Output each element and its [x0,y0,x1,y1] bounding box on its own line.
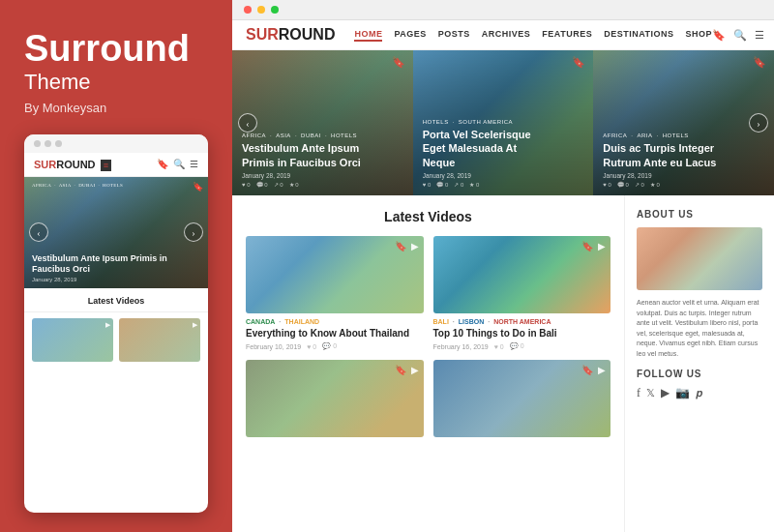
browser-dot-yellow[interactable] [257,6,265,14]
slide2-meta-2: 💬 0 [436,181,448,188]
hero-slide-3-meta: ♥ 0 💬 0 ↗ 0 ★ 0 [603,181,764,188]
video-1-play-icon[interactable]: ▶ [411,241,419,251]
slide1-sep3: · [325,133,327,138]
video-thumb-1: 🔖 ▶ [246,236,424,313]
video-card-2[interactable]: 🔖 ▶ BALI · LISBON · NORTH AMERICA Top 10… [433,236,611,350]
mobile-next-arrow[interactable]: › [184,222,203,242]
site-header-icons: 🔖 🔍 ☰ [712,29,764,42]
social-twitter-icon[interactable]: 𝕏 [646,387,655,399]
social-instagram-icon[interactable]: 📷 [675,386,690,400]
video-2-tag-sep1: · [453,318,455,325]
slide1-meta-3: ↗ 0 [274,181,283,188]
mobile-hero-content: Vestibulum Ante Ipsum Primis in Faucibus… [32,253,200,282]
nav-home[interactable]: HOME [354,29,382,42]
video-2-play-icon[interactable]: ▶ [598,241,606,251]
slide2-meta-4: ★ 0 [469,181,479,188]
slide3-tag-hotels: HOTELS [663,133,689,138]
slide3-meta-3: ↗ 0 [635,181,644,188]
mobile-hero-bookmark-icon[interactable]: 🔖 [193,182,203,192]
mobile-tag-africa: AFRICA [32,183,51,188]
hero-slide-2-title: Porta Vel ScelerisqueEget Malesuada AtNe… [423,128,584,169]
mobile-tag-hotels: HOTELS [103,183,123,188]
slide1-sep1: · [270,133,272,138]
video-1-bookmark-icon[interactable]: 🔖 [395,241,406,251]
theme-by: By Monkeysan [24,101,208,115]
hero-slide-1-bookmark[interactable]: 🔖 [392,56,405,69]
mobile-hero-tags: AFRICA · ASIA · DUBAI · HOTELS [32,183,123,188]
video-4-bookmark-icon[interactable]: 🔖 [581,365,593,375]
theme-title: Surround [24,29,208,70]
video-grid: 🔖 ▶ CANADA · THAILAND Everything to Know… [246,236,610,442]
hero-slide-3-tags: AFRICA · ARIA · HOTELS [603,133,764,138]
mobile-tag-asia: ASIA [59,183,72,188]
nav-destinations[interactable]: DESTINATIONS [604,29,673,42]
theme-subtitle: Theme [24,70,208,95]
hero-slide-2-bookmark[interactable]: 🔖 [572,56,585,69]
hero-slide-3-overlay: AFRICA · ARIA · HOTELS Duis ac Turpis In… [593,125,774,195]
slide3-meta-1: ♥ 0 [603,182,611,188]
mobile-latest-videos-label: Latest Videos [24,288,208,312]
hero-slide-2[interactable]: 🔖 HOTELS · SOUTH AMERICA Porta Vel Scele… [413,50,594,195]
mobile-bookmark-icon[interactable]: 🔖 [157,159,168,169]
video-3-play-icon[interactable]: ▶ [411,365,419,375]
header-bookmark-icon[interactable]: 🔖 [712,29,726,42]
video-1-title: Everything to Know About Thailand [246,327,424,340]
slide1-tag-asia: ASIA [276,133,291,138]
slide3-meta-4: ★ 0 [650,181,660,188]
mobile-hero-slider: AFRICA · ASIA · DUBAI · HOTELS ‹ › 🔖 Ves… [24,177,208,288]
hero-slide-3[interactable]: › 🔖 AFRICA · ARIA · HOTELS Duis ac Turpi… [593,50,774,195]
video-2-bookmark-icon[interactable]: 🔖 [581,241,593,251]
header-menu-icon[interactable]: ☰ [755,29,764,42]
logo-highlight: SUR [246,26,279,43]
slide3-meta-2: 💬 0 [617,181,629,188]
social-pinterest-icon[interactable]: 𝙥 [696,386,702,400]
video-2-tag-bali: BALI [433,318,449,325]
nav-features[interactable]: FEATURES [542,29,592,42]
hero-slide-1[interactable]: ‹ 🔖 AFRICA · ASIA · DUBAI · HOTELS Vesti… [232,50,413,195]
mobile-topbar [24,134,208,153]
slide3-sep2: · [657,133,659,138]
mobile-logo-highlight: SUR [34,159,56,170]
mobile-dot-2 [45,140,51,147]
mobile-video-thumb-1[interactable]: ▶ [32,318,113,362]
about-us-title: ABOUT US [637,209,762,220]
video-2-tags: BALI · LISBON · NORTH AMERICA [433,318,611,325]
nav-shop[interactable]: SHOP [686,29,713,42]
hero-slide-1-title: Vestibulum Ante IpsumPrimis in Faucibus … [242,141,403,169]
social-youtube-icon[interactable]: ▶ [661,386,670,400]
browser-dot-red[interactable] [244,6,252,14]
browser-dot-green[interactable] [271,6,279,14]
nav-pages[interactable]: PAGES [394,29,426,42]
social-facebook-icon[interactable]: f [637,386,640,400]
video-4-play-icon[interactable]: ▶ [598,365,606,375]
browser-chrome [232,0,774,20]
video-card-3[interactable]: 🔖 ▶ [246,360,424,442]
video-thumb-4: 🔖 ▶ [433,360,611,437]
hero-slide-3-bookmark[interactable]: 🔖 [753,56,766,69]
mobile-hero-date: January 28, 2019 [32,277,200,282]
hero-slide-2-meta: ♥ 0 💬 0 ↗ 0 ★ 0 [423,181,584,188]
nav-archives[interactable]: ARCHIVES [482,29,531,42]
hero-slide-1-date: January 28, 2019 [242,172,403,179]
mobile-video-thumb-2[interactable]: ▶ [119,318,200,362]
video-thumb-3: 🔖 ▶ [246,360,424,437]
slide1-tag-hotels: HOTELS [331,133,357,138]
video-1-tag-sep: · [279,318,281,325]
mobile-dot-3 [55,140,62,147]
about-image-overlay [637,227,762,290]
video-card-4[interactable]: 🔖 ▶ [433,360,611,442]
hero-slider: ‹ 🔖 AFRICA · ASIA · DUBAI · HOTELS Vesti… [232,50,774,195]
mobile-menu-icon[interactable]: ☰ [190,159,198,169]
mobile-prev-arrow[interactable]: ‹ [29,222,48,242]
slide3-sep: · [631,133,633,138]
mobile-dot-1 [34,140,41,147]
mobile-play-icon-2: ▶ [193,321,197,329]
nav-posts[interactable]: POSTS [438,29,470,42]
video-card-1[interactable]: 🔖 ▶ CANADA · THAILAND Everything to Know… [246,236,424,350]
video-thumb-2: 🔖 ▶ [433,236,611,313]
slide1-meta-4: ★ 0 [289,181,299,188]
header-search-icon[interactable]: 🔍 [733,29,747,42]
video-1-tags: CANADA · THAILAND [246,318,424,325]
video-3-bookmark-icon[interactable]: 🔖 [395,365,406,375]
mobile-search-icon[interactable]: 🔍 [173,159,185,169]
